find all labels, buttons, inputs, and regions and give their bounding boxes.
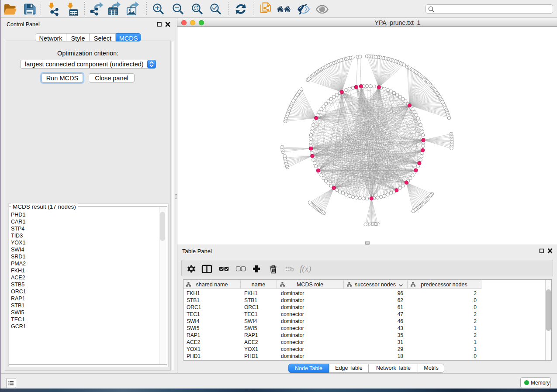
svg-text:f(x): f(x) (300, 264, 311, 274)
